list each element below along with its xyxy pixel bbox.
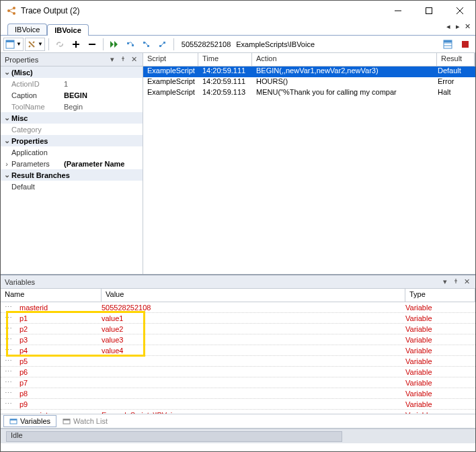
svg-rect-21 — [444, 40, 452, 42]
prop-category-label: Category — [11, 126, 64, 134]
panel-dropdown-icon[interactable]: ▾ — [108, 55, 117, 64]
variables-header-row: Name Value Type — [1, 289, 475, 302]
variable-row[interactable]: ⋯p4value4Variable — [1, 345, 475, 356]
variable-row[interactable]: ⋯p9Variable — [1, 399, 475, 410]
toolbar-path-label: ExampleScripts\IBVoice — [236, 40, 315, 48]
add-button[interactable] — [69, 38, 83, 51]
window-title: Trace Output (2) — [21, 6, 383, 15]
trace-panel: Script Time Action Result ExampleScript1… — [143, 53, 475, 274]
tab-ibvoice-1[interactable]: IBVoice — [7, 24, 47, 35]
svg-rect-13 — [132, 44, 134, 46]
prop-toolname-label: ToolName — [11, 103, 64, 111]
panel-pin-icon[interactable] — [118, 55, 128, 64]
svg-rect-22 — [462, 41, 469, 48]
vars-pin-icon[interactable] — [451, 277, 461, 287]
step-out-button[interactable] — [155, 38, 170, 51]
status-text: Idle — [11, 431, 23, 439]
svg-rect-24 — [10, 419, 17, 420]
prop-actionid-value: 1 — [64, 80, 68, 88]
bottom-tab-watch[interactable]: Watch List — [56, 415, 114, 427]
title-bar: Trace Output (2) — [1, 1, 475, 21]
tab-strip: IBVoice IBVoice ◂ ▸ ✕ — [1, 21, 475, 36]
toolbar-path-id: 505528252108 — [182, 40, 231, 48]
link-button[interactable] — [52, 38, 67, 51]
step-over-button[interactable] — [123, 38, 138, 51]
variables-tab-icon — [9, 417, 17, 425]
prop-parameters-value: (Parameter Name — [64, 160, 125, 168]
maximize-button[interactable] — [413, 1, 444, 21]
vars-dropdown-icon[interactable]: ▾ — [440, 277, 450, 287]
variables-header: Variables ▾ ✕ — [1, 275, 475, 289]
variable-row[interactable]: ⋯p6Variable — [1, 367, 475, 377]
tab-close-icon[interactable]: ✕ — [463, 22, 471, 30]
prop-toolname-value: Begin — [64, 103, 83, 111]
tab-next-icon[interactable]: ▸ — [454, 22, 462, 30]
prop-group-misc[interactable]: ⌄(Misc) — [1, 66, 143, 78]
bottom-tabs: Variables Watch List — [1, 414, 475, 428]
variable-row[interactable]: ⋯masterid505528252108Variable — [1, 302, 475, 313]
vars-close-icon[interactable]: ✕ — [462, 277, 471, 287]
prop-default-label: Default — [11, 183, 64, 191]
col-var-type[interactable]: Type — [405, 289, 475, 302]
app-icon — [6, 5, 17, 16]
prop-caption-label: Caption — [11, 91, 64, 99]
prop-group-misc2[interactable]: ⌄Misc — [1, 112, 143, 124]
col-script[interactable]: Script — [143, 53, 198, 66]
watch-tab-icon — [63, 417, 71, 425]
col-action[interactable]: Action — [252, 53, 437, 66]
svg-rect-8 — [6, 40, 14, 42]
col-result[interactable]: Result — [437, 53, 475, 66]
tab-prev-icon[interactable]: ◂ — [444, 22, 452, 30]
grid-icon[interactable] — [440, 38, 455, 51]
tab-ibvoice-2[interactable]: IBVoice — [47, 24, 89, 36]
variable-row[interactable]: ⋯p3value3Variable — [1, 334, 475, 345]
run-button[interactable] — [107, 38, 122, 51]
panel-close-icon[interactable]: ✕ — [129, 55, 138, 64]
col-time[interactable]: Time — [198, 53, 252, 66]
properties-grid: ⌄(Misc) ActionID1 CaptionBEGIN ToolNameB… — [1, 66, 143, 274]
prop-actionid-label: ActionID — [11, 80, 64, 88]
tools-dropdown[interactable]: ▼ — [25, 38, 45, 51]
col-var-value[interactable]: Value — [102, 289, 405, 302]
view-dropdown[interactable]: ▼ — [3, 38, 24, 51]
trace-row[interactable]: ExampleScript14:20:59.113MENU("%Thank yo… — [143, 88, 475, 99]
svg-rect-12 — [127, 42, 129, 44]
svg-rect-26 — [63, 419, 70, 420]
variable-row[interactable]: ⋯p7Variable — [1, 377, 475, 388]
trace-row[interactable]: ExampleScript14:20:59.111HOURS()Error — [143, 77, 475, 88]
variable-row[interactable]: ⋯runscriptExampleScripts\IBVoiceVariable — [1, 410, 475, 414]
variables-title: Variables — [5, 278, 35, 286]
bottom-tab-variables[interactable]: Variables — [3, 415, 56, 427]
remove-button[interactable] — [85, 38, 100, 51]
variable-row[interactable]: ⋯p1value1Variable — [1, 313, 475, 324]
prop-application-label: Application — [11, 148, 64, 156]
step-into-button[interactable] — [139, 38, 154, 51]
variable-row[interactable]: ⋯p8Variable — [1, 388, 475, 399]
variable-row[interactable]: ⋯p2value2Variable — [1, 324, 475, 334]
minimize-button[interactable] — [383, 1, 413, 21]
prop-caption-value[interactable]: BEGIN — [64, 91, 87, 99]
col-var-name[interactable]: Name — [1, 289, 102, 302]
prop-parameters-label: Parameters — [11, 160, 64, 168]
prop-parameters-row[interactable]: ›Parameters(Parameter Name — [1, 158, 143, 169]
properties-title: Properties — [5, 56, 38, 64]
properties-header: Properties ▾ ✕ — [1, 53, 143, 66]
trace-row[interactable]: ExampleScript14:20:59.111BEGIN(,,newVar1… — [143, 66, 475, 77]
close-button[interactable] — [444, 1, 475, 21]
trace-header-row: Script Time Action Result — [143, 53, 475, 66]
stop-icon[interactable] — [458, 38, 473, 51]
svg-rect-14 — [143, 42, 145, 44]
variable-row[interactable]: ⋯p5Variable — [1, 356, 475, 367]
prop-group-properties[interactable]: ⌄Properties — [1, 135, 143, 146]
status-bar: Idle — [1, 428, 475, 443]
svg-rect-4 — [426, 8, 432, 14]
svg-rect-16 — [159, 45, 161, 47]
toolbar: ▼ ▼ 505528252108 ExampleScripts\IBVoice — [1, 36, 475, 53]
prop-group-branches[interactable]: ⌄Result Branches — [1, 169, 143, 181]
